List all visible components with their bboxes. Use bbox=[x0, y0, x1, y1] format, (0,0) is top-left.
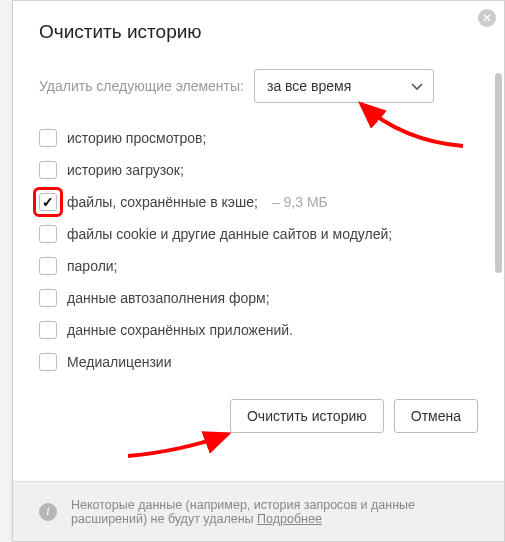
time-range-select[interactable]: за все время bbox=[254, 69, 434, 103]
dialog-title: Очистить историю bbox=[39, 21, 478, 43]
checkbox-passwords[interactable] bbox=[39, 257, 57, 275]
time-range-value: за все время bbox=[267, 78, 351, 94]
footer-link[interactable]: Подробнее bbox=[257, 512, 322, 526]
list-item: данные автозаполнения форм; bbox=[39, 289, 478, 307]
footer-text: Некоторые данные (например, история запр… bbox=[71, 498, 478, 526]
dialog-actions: Очистить историю Отмена bbox=[39, 399, 478, 451]
checkbox-cache[interactable] bbox=[39, 193, 57, 211]
checkbox-autofill[interactable] bbox=[39, 289, 57, 307]
chevron-down-icon bbox=[411, 78, 423, 94]
list-item: Медиалицензии bbox=[39, 353, 478, 371]
checkbox-label: историю просмотров; bbox=[67, 130, 206, 146]
list-item: пароли; bbox=[39, 257, 478, 275]
dialog-footer: i Некоторые данные (например, история за… bbox=[13, 481, 504, 541]
info-icon: i bbox=[39, 503, 57, 521]
clear-button[interactable]: Очистить историю bbox=[230, 399, 384, 433]
list-item: данные сохранённых приложений. bbox=[39, 321, 478, 339]
clear-history-dialog: ✕ Очистить историю Удалить следующие эле… bbox=[12, 0, 505, 542]
time-range-row: Удалить следующие элементы: за все время bbox=[39, 69, 478, 103]
list-item: файлы, сохранённые в кэше; – 9,3 МБ bbox=[39, 193, 478, 211]
checkbox-label: файлы, сохранённые в кэше; bbox=[67, 194, 258, 210]
checkbox-label: пароли; bbox=[67, 258, 118, 274]
checkbox-history[interactable] bbox=[39, 129, 57, 147]
dialog-content: Очистить историю Удалить следующие элеме… bbox=[13, 1, 504, 481]
checkbox-label: историю загрузок; bbox=[67, 162, 184, 178]
list-item: историю просмотров; bbox=[39, 129, 478, 147]
checkbox-apps[interactable] bbox=[39, 321, 57, 339]
cancel-button[interactable]: Отмена bbox=[394, 399, 478, 433]
checkbox-media[interactable] bbox=[39, 353, 57, 371]
checkbox-list: историю просмотров; историю загрузок; фа… bbox=[39, 129, 478, 371]
checkbox-cookies[interactable] bbox=[39, 225, 57, 243]
checkbox-label: Медиалицензии bbox=[67, 354, 172, 370]
checkbox-downloads[interactable] bbox=[39, 161, 57, 179]
checkbox-meta: – 9,3 МБ bbox=[272, 194, 328, 210]
list-item: историю загрузок; bbox=[39, 161, 478, 179]
checkbox-label: данные сохранённых приложений. bbox=[67, 322, 293, 338]
checkbox-label: данные автозаполнения форм; bbox=[67, 290, 270, 306]
time-range-label: Удалить следующие элементы: bbox=[39, 78, 244, 94]
list-item: файлы cookie и другие данные сайтов и мо… bbox=[39, 225, 478, 243]
checkbox-label: файлы cookie и другие данные сайтов и мо… bbox=[67, 226, 392, 242]
scrollbar-thumb[interactable] bbox=[495, 73, 502, 273]
